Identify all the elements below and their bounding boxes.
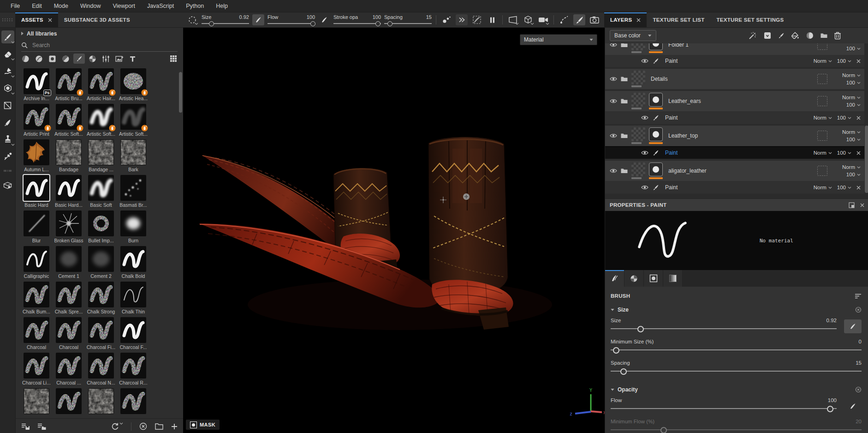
brush-thumbnail[interactable] bbox=[88, 353, 114, 379]
brush-thumbnail[interactable] bbox=[120, 210, 146, 236]
layer-content-thumbnail[interactable] bbox=[631, 93, 645, 109]
parameter-value[interactable]: 0.92 bbox=[826, 318, 837, 323]
viewport-mode-icon[interactable] bbox=[522, 14, 534, 25]
menu-item-viewport[interactable]: Viewport bbox=[107, 3, 141, 9]
brush-thumbnail[interactable] bbox=[88, 104, 114, 130]
add-group-icon[interactable] bbox=[820, 33, 827, 38]
layer-opacity-dropdown[interactable]: 100 bbox=[837, 58, 851, 64]
toolbar-spacing-group[interactable]: Spacing15 bbox=[384, 14, 432, 26]
parameter-flow[interactable]: Flow100 bbox=[611, 396, 862, 416]
brush-asset[interactable]: Basic Hard... bbox=[53, 175, 85, 210]
brush-thumbnail[interactable] bbox=[88, 139, 114, 165]
brush-thumbnail[interactable] bbox=[120, 68, 146, 94]
tab-alpha-properties[interactable] bbox=[624, 270, 644, 287]
parameter-value[interactable]: 20 bbox=[856, 419, 862, 424]
brush-thumbnail[interactable] bbox=[56, 104, 82, 130]
remove-layer-icon[interactable] bbox=[856, 151, 861, 155]
brush-asset[interactable] bbox=[85, 388, 117, 418]
brush-falloff-icon[interactable] bbox=[440, 14, 452, 25]
layer-opacity-dropdown[interactable]: 100 bbox=[846, 137, 861, 142]
visibility-eye-icon[interactable] bbox=[641, 58, 648, 64]
brush-asset[interactable]: Charcoal N... bbox=[85, 353, 117, 388]
brush-asset[interactable]: Artistic Hea... bbox=[117, 68, 149, 104]
brush-thumbnail[interactable] bbox=[56, 210, 82, 236]
layer-mask-thumbnail[interactable] bbox=[649, 43, 663, 53]
brush-thumbnail[interactable] bbox=[88, 68, 114, 94]
brush-asset[interactable]: Bark bbox=[117, 139, 149, 175]
filter-brushes-icon[interactable] bbox=[73, 54, 85, 64]
pen-pressure-toggle[interactable] bbox=[844, 319, 862, 333]
brush-asset[interactable]: Artistic Print bbox=[20, 104, 53, 139]
layer-group-row[interactable]: DetailsNorm100 bbox=[605, 69, 864, 90]
brush-asset[interactable]: Artistic Bru... bbox=[53, 68, 85, 104]
brush-stencil-icon[interactable] bbox=[186, 14, 198, 25]
flow-pressure-toggle[interactable] bbox=[318, 14, 330, 25]
close-icon[interactable] bbox=[48, 18, 52, 22]
layer-opacity-dropdown[interactable]: 100 bbox=[837, 115, 851, 120]
paint-mode-icon[interactable] bbox=[573, 14, 585, 25]
blend-mode-dropdown[interactable]: Norm bbox=[814, 58, 832, 64]
filter-smart-materials-icon[interactable] bbox=[33, 54, 45, 64]
layer-opacity-dropdown[interactable]: 100 bbox=[846, 102, 861, 108]
filter-filters-icon[interactable] bbox=[60, 54, 71, 64]
layer-mask-thumbnail[interactable] bbox=[649, 162, 663, 179]
tab-texture-set-settings[interactable]: TEXTURE SET SETTINGS bbox=[711, 12, 790, 27]
brush-thumbnail[interactable] bbox=[24, 282, 49, 307]
brush-asset[interactable]: Artistic Soft... bbox=[53, 104, 85, 139]
layer-content-thumbnail[interactable] bbox=[631, 71, 645, 87]
paint-brush-tool[interactable] bbox=[1, 30, 14, 43]
tab-texture-set-list[interactable]: TEXTURE SET LIST bbox=[647, 12, 710, 27]
layer-mask-thumbnail[interactable] bbox=[649, 127, 663, 144]
brush-thumbnail[interactable] bbox=[120, 175, 146, 201]
brush-thumbnail[interactable] bbox=[88, 317, 114, 343]
parameter-slider[interactable] bbox=[611, 426, 862, 433]
brush-asset[interactable]: Artistic Hair... bbox=[85, 68, 117, 104]
filter-textures-icon[interactable] bbox=[113, 54, 125, 64]
brush-asset[interactable]: Charcoal Li... bbox=[20, 353, 53, 388]
import-resources-icon[interactable] bbox=[171, 423, 178, 430]
layer-group-row[interactable]: Leather_earsNorm100 bbox=[605, 91, 864, 112]
brush-asset[interactable]: Chalk Spre... bbox=[53, 282, 85, 317]
toolbar-spacing-slider[interactable] bbox=[384, 21, 432, 26]
brush-asset[interactable]: Bullet Imp... bbox=[85, 210, 117, 246]
visibility-eye-icon[interactable] bbox=[610, 98, 617, 104]
toolbar-flow-group[interactable]: Flow100 bbox=[268, 14, 315, 26]
brush-asset[interactable]: Charcoal ... bbox=[53, 353, 85, 388]
snapshot-camera-icon[interactable] bbox=[589, 14, 600, 25]
brush-thumbnail[interactable] bbox=[24, 246, 49, 272]
parameter-slider[interactable] bbox=[611, 325, 837, 332]
effects-wand-icon[interactable] bbox=[749, 31, 757, 40]
tab-substance-3d-assets[interactable]: SUBSTANCE 3D ASSETS bbox=[58, 12, 136, 27]
add-smart-material-icon[interactable] bbox=[806, 31, 814, 40]
remove-layer-icon[interactable] bbox=[856, 116, 861, 120]
add-paint-layer-icon[interactable] bbox=[778, 32, 785, 39]
brush-thumbnail[interactable] bbox=[120, 104, 146, 130]
add-mask-icon[interactable] bbox=[763, 31, 772, 40]
shader-mode-dropdown[interactable]: Material bbox=[520, 34, 597, 45]
remove-layer-icon[interactable] bbox=[856, 186, 861, 190]
brush-thumbnail[interactable] bbox=[24, 175, 49, 201]
visibility-eye-icon[interactable] bbox=[641, 115, 648, 120]
parameter-slider[interactable] bbox=[611, 405, 837, 412]
brush-asset[interactable]: Chalk Bold bbox=[117, 246, 149, 282]
material-picker-tool[interactable] bbox=[1, 150, 14, 163]
brush-thumbnail[interactable] bbox=[56, 388, 82, 414]
reset-filters-icon[interactable] bbox=[139, 422, 147, 430]
blend-mode-dropdown[interactable]: Norm bbox=[842, 95, 861, 100]
tab-brush-properties[interactable] bbox=[605, 270, 624, 287]
popout-panel-icon[interactable] bbox=[849, 202, 855, 208]
tab-assets[interactable]: ASSETS bbox=[15, 12, 58, 27]
brush-thumbnail[interactable] bbox=[88, 246, 114, 272]
menu-item-python[interactable]: Python bbox=[180, 3, 210, 9]
brush-asset[interactable] bbox=[117, 388, 149, 418]
open-folder-icon[interactable] bbox=[155, 423, 163, 430]
parameter-size[interactable]: Size0.92 bbox=[611, 316, 862, 336]
brush-thumbnail[interactable] bbox=[120, 317, 146, 343]
toolbar-flow-slider[interactable] bbox=[268, 21, 315, 26]
brush-asset[interactable]: Basic Soft bbox=[85, 175, 117, 210]
toolbar-size-group[interactable]: Size0.92 bbox=[202, 14, 249, 26]
search-input[interactable] bbox=[31, 42, 178, 49]
toolbar-size-slider[interactable] bbox=[202, 21, 249, 26]
brush-thumbnail[interactable] bbox=[24, 139, 49, 165]
size-pressure-toggle[interactable] bbox=[252, 14, 264, 25]
